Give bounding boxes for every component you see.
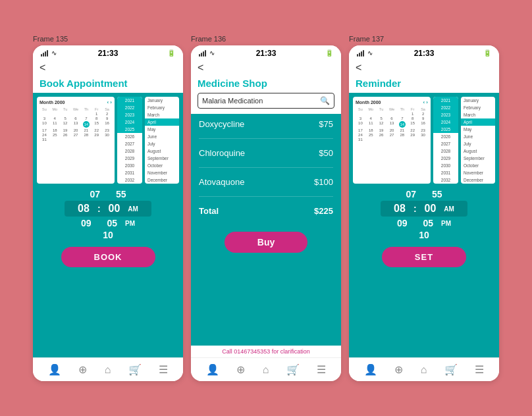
d27[interactable]: 27 (71, 133, 81, 137)
d4[interactable]: 4 (50, 117, 60, 120)
e23[interactable]: 18 (366, 128, 376, 132)
e17[interactable]: 12 (377, 121, 386, 128)
d6[interactable]: 6 (71, 117, 81, 120)
nav-menu-137[interactable]: ☰ (475, 363, 484, 376)
e26[interactable]: 21 (397, 128, 407, 132)
mo-jun[interactable]: June (461, 133, 495, 140)
d18[interactable]: 18 (50, 128, 60, 132)
e15[interactable]: 10 (356, 121, 365, 128)
cal-nav-135[interactable]: ‹ › (107, 99, 112, 105)
e25[interactable]: 20 (387, 128, 397, 132)
d30[interactable]: 30 (102, 133, 112, 137)
nav-cart-137[interactable]: 🛒 (444, 363, 458, 376)
yr-2029[interactable]: 2029 (433, 155, 458, 162)
year-2024[interactable]: 2024 (117, 118, 142, 126)
d15[interactable]: 15 (92, 121, 101, 128)
year-list-137[interactable]: 2021 2022 2023 2024 2025 2026 2027 2028 … (433, 97, 458, 184)
d20[interactable]: 20 (71, 128, 81, 132)
e35[interactable]: 30 (418, 133, 428, 137)
nav-cart-136[interactable]: 🛒 (286, 363, 300, 376)
month-jan[interactable]: January (145, 97, 179, 104)
nav-person-136[interactable]: 👤 (206, 363, 219, 376)
e12[interactable]: 7 (397, 117, 407, 120)
e21[interactable]: 16 (418, 121, 428, 128)
mo-feb[interactable]: February (461, 104, 495, 111)
search-icon-136[interactable]: 🔍 (320, 96, 330, 105)
month-may[interactable]: May (145, 126, 179, 133)
e13[interactable]: 8 (408, 117, 417, 120)
nav-menu-135[interactable]: ☰ (159, 363, 168, 376)
year-list-135[interactable]: 2021 2022 2023 2024 2025 2026 2027 2028 … (117, 97, 142, 184)
d23[interactable]: 23 (102, 128, 112, 132)
month-nov[interactable]: November (145, 169, 179, 176)
mo-dec[interactable]: December (461, 176, 495, 184)
month-list-135[interactable]: January February March April May June Ju… (145, 97, 179, 184)
month-dec[interactable]: December (145, 176, 179, 184)
mo-mar[interactable]: March (461, 111, 495, 118)
set-button-137[interactable]: SET (382, 247, 466, 267)
e24[interactable]: 19 (377, 128, 386, 132)
nav-home-137[interactable]: ⌂ (421, 364, 427, 376)
d10[interactable]: 10 (40, 121, 49, 128)
d14[interactable]: 14 (83, 121, 90, 128)
d12[interactable]: 12 (61, 121, 70, 128)
d5[interactable]: 5 (61, 117, 70, 120)
yr-2026[interactable]: 2026 (433, 133, 458, 140)
mo-oct[interactable]: October (461, 162, 495, 169)
nav-cart-135[interactable]: 🛒 (128, 363, 142, 376)
month-jul[interactable]: July (145, 140, 179, 147)
d11[interactable]: 11 (50, 121, 60, 128)
month-oct[interactable]: October (145, 162, 179, 169)
d13[interactable]: 13 (71, 121, 81, 128)
mo-nov[interactable]: November (461, 169, 495, 176)
e34[interactable]: 29 (408, 133, 417, 137)
e7[interactable]: 2 (418, 112, 428, 116)
mo-sep[interactable]: September (461, 155, 495, 162)
yr-2025[interactable]: 2025 (433, 126, 458, 133)
yr-2028[interactable]: 2028 (433, 147, 458, 155)
e18[interactable]: 13 (387, 121, 397, 128)
nav-person-135[interactable]: 👤 (48, 363, 61, 376)
year-2025[interactable]: 2025 (117, 126, 142, 133)
mo-may[interactable]: May (461, 126, 495, 133)
month-apr[interactable]: April (145, 118, 179, 126)
yr-2021[interactable]: 2021 (433, 97, 458, 104)
search-bar-136[interactable]: Malaria Medication 🔍 (198, 93, 334, 109)
nav-grid-137[interactable]: ⊕ (394, 363, 403, 376)
e27[interactable]: 22 (408, 128, 417, 132)
d28[interactable]: 28 (81, 133, 91, 137)
back-button-137[interactable]: < (349, 59, 499, 76)
d29[interactable]: 29 (92, 133, 101, 137)
d3[interactable]: 3 (40, 117, 49, 120)
month-list-137[interactable]: January February March April May June Ju… (461, 97, 495, 184)
year-2032[interactable]: 2032 (117, 176, 142, 184)
d9[interactable]: 9 (102, 117, 112, 120)
back-button-135[interactable]: < (33, 59, 183, 76)
buy-button-136[interactable]: Buy (225, 232, 307, 253)
e9[interactable]: 4 (366, 117, 376, 120)
yr-2024[interactable]: 2024 (433, 118, 458, 126)
year-2023[interactable]: 2023 (117, 111, 142, 118)
d25[interactable]: 25 (50, 133, 60, 137)
d16[interactable]: 16 (102, 121, 112, 128)
yr-2032[interactable]: 2032 (433, 176, 458, 184)
nav-person-137[interactable]: 👤 (364, 363, 377, 376)
nav-home-136[interactable]: ⌂ (263, 364, 269, 376)
d2[interactable]: 2 (102, 112, 112, 116)
d19[interactable]: 19 (61, 128, 70, 132)
e6[interactable]: 1 (408, 112, 417, 116)
month-aug[interactable]: August (145, 147, 179, 155)
mo-jul[interactable]: July (461, 140, 495, 147)
year-2021[interactable]: 2021 (117, 97, 142, 104)
e22[interactable]: 17 (356, 128, 365, 132)
yr-2027[interactable]: 2027 (433, 140, 458, 147)
mo-aug[interactable]: August (461, 147, 495, 155)
year-2022[interactable]: 2022 (117, 104, 142, 111)
cal-nav-137[interactable]: ‹ › (423, 99, 428, 105)
e16[interactable]: 11 (366, 121, 376, 128)
mo-jan[interactable]: January (461, 97, 495, 104)
year-2030[interactable]: 2030 (117, 162, 142, 169)
d24[interactable]: 24 (40, 133, 49, 137)
yr-2023[interactable]: 2023 (433, 111, 458, 118)
e31[interactable]: 26 (377, 133, 386, 137)
